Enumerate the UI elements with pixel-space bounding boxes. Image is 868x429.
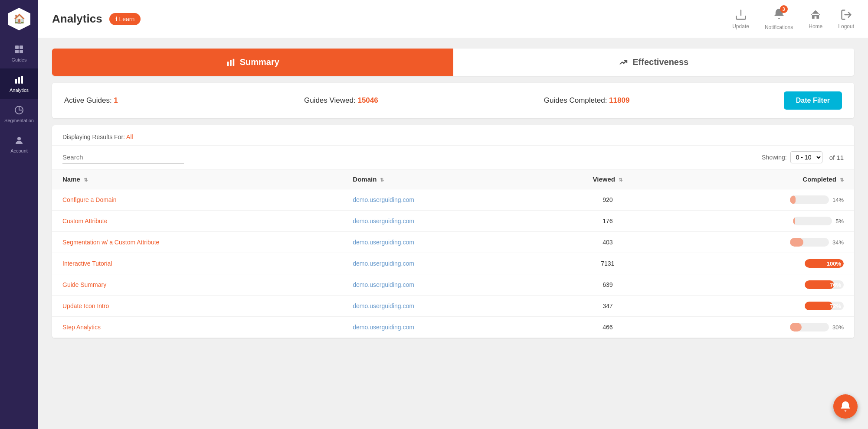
learn-button[interactable]: ℹ Learn — [109, 13, 141, 25]
svg-rect-10 — [230, 60, 232, 66]
cell-domain: demo.userguiding.com — [342, 274, 545, 296]
home-label: Home — [809, 23, 822, 29]
fab-button[interactable] — [833, 394, 858, 419]
cell-domain: demo.userguiding.com — [342, 317, 545, 338]
table-row: Step Analytics demo.userguiding.com 466 … — [52, 317, 854, 338]
tabs-container: Summary Effectiveness — [52, 49, 854, 76]
guides-viewed-stat: Guides Viewed: 15046 — [304, 96, 544, 105]
tab-effectiveness[interactable]: Effectiveness — [453, 49, 855, 76]
table-row: Custom Attribute demo.userguiding.com 17… — [52, 211, 854, 232]
cell-domain: demo.userguiding.com — [342, 232, 545, 253]
cell-viewed: 466 — [545, 317, 670, 338]
table-row: Interactive Tutorial demo.userguiding.co… — [52, 253, 854, 274]
svg-rect-0 — [15, 46, 19, 49]
tab-summary-label: Summary — [240, 57, 279, 67]
svg-rect-3 — [20, 50, 23, 53]
cell-viewed: 176 — [545, 211, 670, 232]
svg-rect-4 — [15, 79, 17, 84]
cell-completed: 34% — [670, 232, 854, 253]
cell-domain: demo.userguiding.com — [342, 296, 545, 317]
stats-row: Active Guides: 1 Guides Viewed: 15046 Gu… — [52, 83, 854, 118]
cell-name[interactable]: Interactive Tutorial — [52, 253, 342, 274]
svg-rect-6 — [21, 76, 23, 84]
cell-domain: demo.userguiding.com — [342, 189, 545, 211]
cell-domain: demo.userguiding.com — [342, 211, 545, 232]
sidebar-account-label: Account — [10, 148, 28, 153]
sidebar-item-account[interactable]: Account — [0, 129, 38, 159]
col-viewed[interactable]: Viewed ⇅ — [545, 169, 670, 189]
table-section: Displaying Results For: All Showing: 0 -… — [52, 125, 854, 338]
search-input[interactable] — [62, 151, 184, 164]
col-completed[interactable]: Completed ⇅ — [670, 169, 854, 189]
cell-name[interactable]: Configure a Domain — [52, 189, 342, 211]
notification-wrapper: 3 — [773, 8, 785, 22]
content-area: Summary Effectiveness Active Guides: 1 G… — [38, 38, 868, 429]
displaying-text: Displaying Results For: All — [62, 133, 133, 140]
sidebar-analytics-label: Analytics — [10, 88, 29, 93]
cell-domain: demo.userguiding.com — [342, 253, 545, 274]
guides-completed-stat: Guides Completed: 11809 — [544, 96, 784, 105]
sidebar-item-segmentation[interactable]: Segmentation — [0, 99, 38, 129]
table-controls: Showing: 0 - 10 0 - 25 0 - 50 of 11 — [52, 146, 854, 169]
col-name[interactable]: Name ⇅ — [52, 169, 342, 189]
update-label: Update — [732, 23, 749, 29]
cell-viewed: 403 — [545, 232, 670, 253]
guides-viewed-value: 15046 — [357, 96, 378, 104]
topnav-left: Analytics ℹ Learn — [52, 12, 141, 26]
svg-rect-9 — [227, 62, 229, 66]
cell-viewed: 639 — [545, 274, 670, 296]
cell-name[interactable]: Guide Summary — [52, 274, 342, 296]
notification-badge: 3 — [780, 5, 788, 13]
table-row: Segmentation w/ a Custom Attribute demo.… — [52, 232, 854, 253]
tab-effectiveness-label: Effectiveness — [632, 57, 688, 67]
cell-completed: 14% — [670, 189, 854, 211]
cell-viewed: 347 — [545, 296, 670, 317]
update-action[interactable]: Update — [732, 9, 749, 29]
table-body: Configure a Domain demo.userguiding.com … — [52, 189, 854, 338]
svg-rect-1 — [20, 46, 23, 49]
svg-rect-11 — [233, 58, 234, 66]
col-domain[interactable]: Domain ⇅ — [342, 169, 545, 189]
cell-completed: 5% — [670, 211, 854, 232]
notifications-action[interactable]: 3 Notifications — [765, 8, 793, 30]
tab-summary[interactable]: Summary — [52, 49, 453, 76]
notifications-label: Notifications — [765, 24, 793, 30]
svg-rect-2 — [15, 50, 19, 53]
home-action[interactable]: Home — [809, 9, 822, 29]
guides-completed-label: Guides Completed: — [544, 96, 607, 104]
sidebar-item-guides[interactable]: Guides — [0, 38, 38, 68]
sidebar-segmentation-label: Segmentation — [4, 118, 34, 123]
cell-name[interactable]: Segmentation w/ a Custom Attribute — [52, 232, 342, 253]
cell-completed: 100% — [670, 253, 854, 274]
cell-name[interactable]: Custom Attribute — [52, 211, 342, 232]
main-area: Analytics ℹ Learn Update 3 Notifications… — [38, 0, 868, 429]
date-filter-button[interactable]: Date Filter — [784, 91, 842, 110]
topnav: Analytics ℹ Learn Update 3 Notifications… — [38, 0, 868, 38]
page-title: Analytics — [52, 12, 102, 26]
cell-completed: 30% — [670, 317, 854, 338]
data-table: Name ⇅ Domain ⇅ Viewed ⇅ Completed ⇅ Con… — [52, 169, 854, 338]
table-row: Update Icon Intro demo.userguiding.com 3… — [52, 296, 854, 317]
sidebar-guides-label: Guides — [12, 57, 27, 62]
topnav-right: Update 3 Notifications Home Logout — [732, 8, 854, 30]
showing-select[interactable]: 0 - 10 0 - 25 0 - 50 — [790, 151, 822, 163]
cell-completed: 76% — [670, 274, 854, 296]
of-total: of 11 — [829, 154, 844, 161]
sidebar-logo: 🏠 — [0, 0, 38, 38]
cell-completed: 72% — [670, 296, 854, 317]
active-guides-label: Active Guides: — [64, 96, 112, 104]
svg-point-8 — [17, 137, 21, 140]
table-row: Configure a Domain demo.userguiding.com … — [52, 189, 854, 211]
logout-action[interactable]: Logout — [838, 9, 854, 29]
cell-name[interactable]: Update Icon Intro — [52, 296, 342, 317]
guides-completed-value: 11809 — [609, 96, 629, 104]
sidebar-item-analytics[interactable]: Analytics — [0, 68, 38, 99]
table-row: Guide Summary demo.userguiding.com 639 7… — [52, 274, 854, 296]
svg-rect-5 — [18, 77, 20, 84]
pagination-controls: Showing: 0 - 10 0 - 25 0 - 50 of 11 — [762, 151, 844, 163]
cell-viewed: 920 — [545, 189, 670, 211]
active-guides-stat: Active Guides: 1 — [64, 96, 304, 105]
logout-label: Logout — [838, 23, 854, 29]
cell-viewed: 7131 — [545, 253, 670, 274]
cell-name[interactable]: Step Analytics — [52, 317, 342, 338]
